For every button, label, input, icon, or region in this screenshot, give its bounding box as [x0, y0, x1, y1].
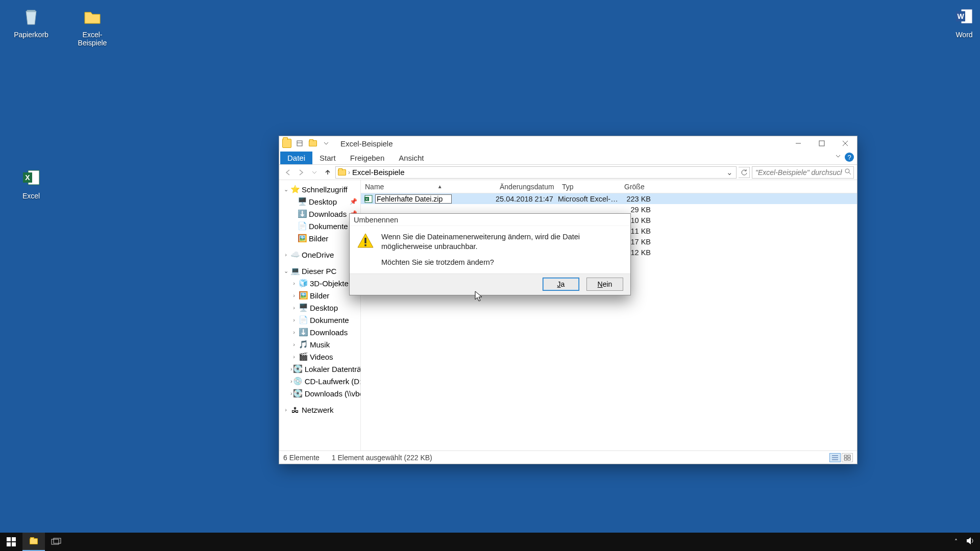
start-button[interactable]: [0, 533, 22, 551]
breadcrumb-segment[interactable]: Excel-Beispiele: [352, 168, 405, 177]
tree-network[interactable]: ›🖧Netzwerk: [279, 404, 360, 416]
dialog-title: Umbenennen: [350, 214, 630, 226]
network-icon: 🖧: [290, 405, 300, 414]
tree-onedrive[interactable]: ›☁️OneDrive: [279, 248, 360, 261]
column-headers: Name▲ Änderungsdatum Typ Größe: [361, 180, 857, 193]
documents-icon: 📄: [299, 315, 308, 324]
file-size: 29 KB: [620, 206, 655, 214]
tray-volume-icon[interactable]: [966, 537, 975, 547]
svg-rect-29: [12, 542, 16, 546]
desktop-icon-recycle-bin[interactable]: Papierkorb: [8, 4, 54, 39]
svg-rect-21: [848, 455, 850, 457]
folder-icon: [80, 4, 105, 29]
dialog-message-line1: Wenn Sie die Dateinamenerweiterung änder…: [381, 232, 623, 252]
chevron-right-icon[interactable]: ›: [348, 169, 350, 176]
documents-icon: 📄: [298, 221, 307, 231]
svg-rect-24: [364, 238, 366, 243]
address-dropdown-button[interactable]: ⌄: [725, 168, 734, 177]
filename-edit-input[interactable]: [375, 194, 452, 204]
tree-item[interactable]: ›🧊3D-Objekte: [279, 277, 360, 289]
nav-recent-button[interactable]: [309, 167, 320, 178]
pictures-icon: 🖼️: [298, 234, 307, 243]
svg-rect-9: [819, 141, 824, 146]
warning-icon: [357, 232, 374, 249]
tree-quick-access[interactable]: ⌄⭐Schnellzugriff: [279, 183, 360, 195]
tab-file[interactable]: Datei: [280, 152, 312, 164]
nav-forward-button[interactable]: [296, 167, 307, 178]
tree-item[interactable]: ›💽Downloads (\\vbox: [279, 387, 360, 399]
excel-file-icon: X: [364, 194, 373, 204]
tray-overflow-button[interactable]: ˄: [954, 538, 958, 545]
tree-item[interactable]: ›🖼️Bilder: [279, 289, 360, 302]
search-input[interactable]: [752, 168, 853, 177]
taskbar-item-explorer[interactable]: [22, 533, 45, 551]
nav-back-button[interactable]: [282, 167, 293, 178]
dialog-yes-button[interactable]: Ja: [543, 278, 579, 291]
svg-line-13: [849, 172, 851, 174]
tree-item[interactable]: ›🎵Musik: [279, 338, 360, 350]
column-header-type[interactable]: Typ: [558, 183, 620, 191]
titlebar[interactable]: Excel-Beispiele: [279, 136, 857, 151]
nav-up-button[interactable]: [322, 167, 333, 178]
view-details-button[interactable]: [829, 453, 841, 462]
tree-item[interactable]: ›⬇️Downloads: [279, 326, 360, 338]
column-header-name[interactable]: Name▲: [361, 183, 496, 191]
search-icon: [844, 168, 851, 177]
word-icon: W: [952, 4, 976, 29]
close-button[interactable]: [834, 136, 857, 151]
help-button[interactable]: ?: [845, 153, 854, 162]
rename-confirm-dialog: Umbenennen Wenn Sie die Dateinamenerweit…: [349, 213, 631, 295]
column-header-size[interactable]: Größe: [620, 183, 655, 191]
desktop-icon-excel[interactable]: X Excel: [8, 165, 54, 200]
dialog-no-button[interactable]: Nein: [586, 278, 623, 291]
desktop-icon-word[interactable]: W Word: [941, 4, 980, 39]
tree-this-pc[interactable]: ⌄💻Dieser PC: [279, 265, 360, 277]
tree-item[interactable]: ›💽Lokaler Datenträger: [279, 363, 360, 375]
maximize-button[interactable]: [810, 136, 834, 151]
desktop-icon-folder[interactable]: Excel-Beispiele: [69, 4, 115, 47]
tree-item[interactable]: ›💿CD-Laufwerk (D:) Vi: [279, 375, 360, 387]
svg-rect-28: [7, 542, 11, 546]
tree-item[interactable]: ›📄Dokumente: [279, 314, 360, 326]
view-thumbnails-button[interactable]: [842, 453, 853, 462]
ribbon-expand-button[interactable]: [835, 153, 842, 161]
tree-item[interactable]: ›🖥️Desktop: [279, 302, 360, 314]
drive-icon: 💽: [293, 364, 303, 373]
tab-home[interactable]: Start: [312, 152, 343, 164]
svg-rect-26: [7, 537, 11, 541]
file-row[interactable]: X 25.04.2018 21:47 Microsoft Excel-Ar...…: [361, 193, 857, 204]
tree-item[interactable]: ›⬇️Downloads📌: [279, 208, 360, 220]
desktop-icon: 🖥️: [299, 303, 308, 312]
tab-share[interactable]: Freigeben: [343, 152, 392, 164]
breadcrumb-bar[interactable]: › Excel-Beispiele ⌄: [335, 166, 737, 179]
column-header-date[interactable]: Änderungsdatum: [496, 183, 558, 191]
status-bar: 6 Elemente 1 Element ausgewählt (222 KB): [279, 450, 857, 464]
desktop-icon-label: Word: [941, 31, 980, 39]
svg-rect-22: [844, 458, 847, 460]
tree-item[interactable]: ›🖼️Bilder📌: [279, 232, 360, 244]
status-selection: 1 Element ausgewählt (222 KB): [332, 454, 432, 462]
minimize-button[interactable]: [787, 136, 810, 151]
system-tray: ˄: [954, 537, 980, 547]
search-box[interactable]: [752, 166, 854, 179]
svg-text:W: W: [957, 12, 964, 20]
tab-view[interactable]: Ansicht: [391, 152, 431, 164]
qat-dropdown-button[interactable]: [321, 138, 331, 148]
qat-properties-button[interactable]: [295, 138, 305, 148]
file-date: 25.04.2018 21:47: [496, 195, 558, 203]
cd-icon: 💿: [293, 377, 303, 386]
desktop-icon: 🖥️: [298, 197, 307, 206]
network-drive-icon: 💽: [293, 389, 303, 398]
qat-newfolder-button[interactable]: [308, 138, 318, 148]
taskbar-item-taskview[interactable]: [45, 533, 67, 551]
tree-item[interactable]: ›📄Dokumente📌: [279, 220, 360, 232]
folder-icon: [338, 169, 346, 176]
desktop-icon-label: Papierkorb: [8, 31, 54, 39]
window-title: Excel-Beispiele: [340, 139, 393, 148]
navigation-pane: ⌄⭐Schnellzugriff ›🖥️Desktop📌 ›⬇️Download…: [279, 180, 361, 450]
music-icon: 🎵: [299, 340, 308, 349]
refresh-button[interactable]: [739, 167, 750, 178]
excel-icon: X: [19, 165, 43, 190]
tree-item[interactable]: ›🖥️Desktop📌: [279, 195, 360, 208]
tree-item[interactable]: ›🎬Videos: [279, 350, 360, 363]
